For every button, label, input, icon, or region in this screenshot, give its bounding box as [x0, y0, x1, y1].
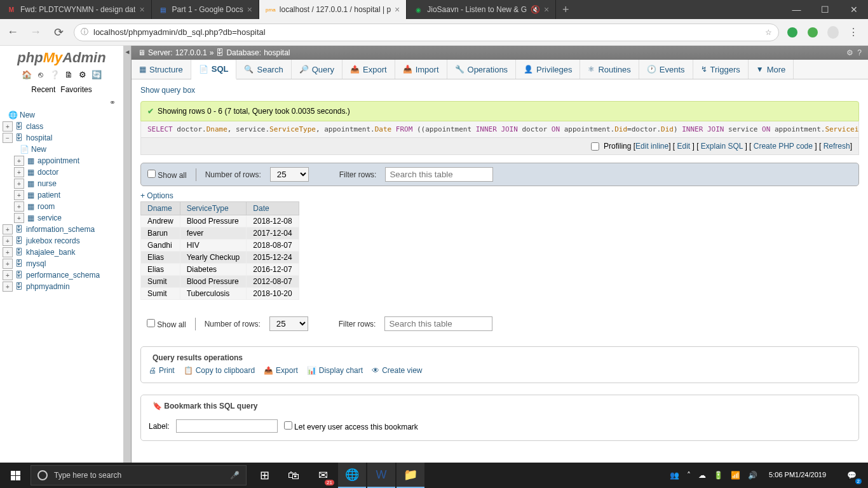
db-class[interactable]: +🗄class	[0, 121, 123, 132]
page-settings-icon[interactable]: ⚙	[846, 48, 853, 57]
forward-button[interactable]: →	[28, 25, 43, 40]
star-icon[interactable]: ☆	[765, 28, 772, 37]
expand-icon[interactable]: +	[14, 201, 24, 212]
tab-search[interactable]: 🔍Search	[236, 60, 291, 79]
edit-inline-link[interactable]: Edit inline	[635, 142, 668, 151]
ext-icon-1[interactable]	[787, 27, 798, 38]
new-table[interactable]: 📄New	[11, 144, 123, 155]
show-all-checkbox[interactable]	[147, 170, 156, 178]
clock[interactable]: 5:06 PM 1/24/2019	[765, 463, 830, 488]
num-rows-select[interactable]: 25	[270, 167, 309, 182]
filter-input[interactable]	[384, 316, 492, 331]
tab-operations[interactable]: 🔧Operations	[447, 60, 517, 79]
browser-tab-docs[interactable]: ▤ Part 1 - Google Docs ×	[152, 0, 259, 19]
link-collapse-icon[interactable]: ⚭	[0, 97, 123, 108]
wifi-icon[interactable]: 📶	[731, 463, 740, 488]
expand-icon[interactable]: +	[14, 156, 24, 166]
expand-icon[interactable]: +	[3, 121, 13, 132]
table-nurse[interactable]: +▦nurse	[11, 178, 123, 189]
server-link[interactable]: 127.0.0.1	[175, 48, 207, 57]
tab-sql[interactable]: 📄SQL	[191, 60, 237, 79]
menu-icon[interactable]: ⋮	[848, 27, 859, 38]
chrome-app[interactable]: 🌐	[338, 463, 366, 488]
create-view-link[interactable]: 👁Create view	[372, 366, 422, 375]
close-icon[interactable]: ×	[139, 4, 144, 15]
show-all-checkbox[interactable]	[147, 319, 155, 327]
profiling-checkbox[interactable]	[591, 142, 599, 151]
back-button[interactable]: ←	[5, 25, 20, 40]
task-view-button[interactable]: ⊞	[250, 463, 278, 488]
table-room[interactable]: +▦room	[11, 201, 123, 212]
expand-icon[interactable]: +	[14, 213, 24, 223]
col-date[interactable]: Date	[247, 202, 299, 215]
table-row[interactable]: GandhiHIV2018-08-07	[141, 240, 299, 252]
expand-icon[interactable]: +	[3, 236, 13, 246]
word-app[interactable]: W	[367, 463, 395, 488]
close-icon[interactable]: ×	[544, 4, 549, 15]
expand-icon[interactable]: +	[3, 224, 13, 234]
start-button[interactable]	[0, 463, 31, 488]
store-app[interactable]: 🛍	[280, 463, 308, 488]
db-mysql[interactable]: +🗄mysql	[0, 258, 123, 269]
export-link[interactable]: 📤Export	[264, 366, 298, 375]
db-hospital[interactable]: −🗄hospital	[0, 132, 123, 144]
close-icon[interactable]: ×	[247, 4, 252, 15]
table-row[interactable]: Barunfever2017-12-04	[141, 227, 299, 240]
sql-icon[interactable]: 🗎	[64, 70, 74, 80]
create-php-link[interactable]: Create PHP code	[754, 142, 813, 151]
expand-icon[interactable]: +	[3, 281, 13, 292]
col-dname[interactable]: Dname	[141, 202, 180, 215]
battery-icon[interactable]: 🔋	[714, 463, 723, 488]
expand-icon[interactable]: +	[3, 270, 13, 280]
docs-icon[interactable]: ❔	[50, 70, 60, 80]
table-doctor[interactable]: +▦doctor	[11, 166, 123, 178]
expand-icon[interactable]: +	[14, 190, 24, 200]
reload-button[interactable]: ⟳	[51, 25, 66, 40]
minimize-button[interactable]: —	[782, 0, 811, 19]
db-information-schema[interactable]: +🗄information_schema	[0, 224, 123, 235]
maximize-button[interactable]: ☐	[811, 0, 839, 19]
expand-icon[interactable]: +	[3, 259, 13, 269]
browser-tab-phpmyadmin[interactable]: pma localhost / 127.0.0.1 / hospital | p…	[259, 0, 407, 19]
table-row[interactable]: AndrewBlood Pressure2018-12-08	[141, 215, 299, 227]
favorites-link[interactable]: Favorites	[60, 85, 92, 94]
new-tab-button[interactable]: +	[556, 0, 575, 19]
col-servicetype[interactable]: ServiceType	[180, 202, 247, 215]
db-khajalee[interactable]: +🗄khajalee_bank	[0, 247, 123, 258]
tab-triggers[interactable]: ↯Triggers	[693, 60, 749, 79]
num-rows-select[interactable]: 25	[269, 316, 308, 331]
explorer-app[interactable]: 📁	[397, 463, 424, 488]
bookmark-public-checkbox[interactable]	[284, 421, 292, 430]
tray-expand-icon[interactable]: ˄	[687, 463, 691, 488]
close-window-button[interactable]: ✕	[839, 0, 868, 19]
sidebar-collapse-handle[interactable]: ◄	[124, 46, 132, 463]
table-row[interactable]: SumitBlood Pressure2012-08-07	[141, 276, 299, 288]
settings-icon[interactable]: ⚙	[78, 70, 88, 80]
table-service[interactable]: +▦service	[11, 212, 123, 224]
options-toggle[interactable]: + Options	[140, 191, 173, 200]
tab-structure[interactable]: ▦Structure	[132, 60, 191, 79]
new-database[interactable]: 🌐New	[0, 109, 123, 121]
db-perf-schema[interactable]: +🗄performance_schema	[0, 269, 123, 281]
tab-events[interactable]: 🕐Events	[639, 60, 693, 79]
home-icon[interactable]: 🏠	[22, 70, 32, 80]
url-input[interactable]	[93, 27, 760, 37]
info-icon[interactable]: ⓘ	[81, 27, 88, 37]
mute-icon[interactable]: 🔇	[531, 5, 540, 14]
url-box[interactable]: ⓘ ☆	[74, 24, 779, 41]
database-link[interactable]: hospital	[264, 48, 290, 57]
collapse-icon[interactable]: −	[3, 133, 13, 143]
close-icon[interactable]: ×	[395, 4, 400, 15]
table-patient[interactable]: +▦patient	[11, 189, 123, 201]
display-chart-link[interactable]: 📊Display chart	[307, 366, 363, 375]
filter-input[interactable]	[385, 167, 493, 182]
exit-icon[interactable]: ⎋	[36, 70, 46, 80]
browser-tab-jiosaavn[interactable]: ◉ JioSaavn - Listen to New & G 🔇 ×	[407, 0, 556, 19]
table-row[interactable]: EliasDiabetes2016-12-07	[141, 264, 299, 276]
tab-import[interactable]: 📥Import	[395, 60, 447, 79]
recent-link[interactable]: Recent	[31, 85, 55, 94]
notifications-button[interactable]: 💬2	[837, 463, 865, 488]
bookmark-label-input[interactable]	[176, 419, 278, 433]
table-row[interactable]: EliasYearly Checkup2015-12-24	[141, 252, 299, 264]
volume-icon[interactable]: 🔊	[748, 463, 757, 488]
